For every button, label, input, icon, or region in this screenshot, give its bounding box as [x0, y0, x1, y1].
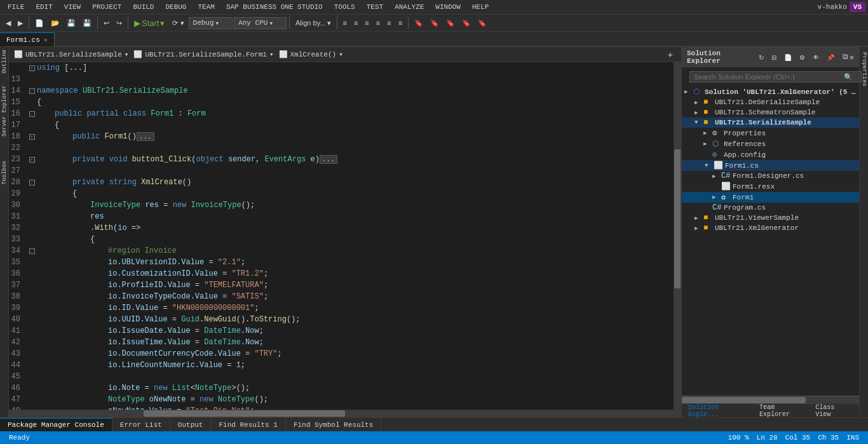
- tree-references[interactable]: ▶ ⬡ References: [682, 138, 859, 149]
- start-button[interactable]: ▶ Start ▾: [131, 17, 168, 30]
- toolbar: ◀ ▶ 📄 📂 💾 💾 ↩ ↪ ▶ Start ▾ ⟳ ▾ Debug ▾ An…: [0, 14, 868, 32]
- toolbar-sep-4: [289, 17, 290, 29]
- tree-project-schematron[interactable]: ▶ ■ UBLTr21.SchematronSample: [682, 107, 859, 118]
- tree-form1cs[interactable]: ▼ ⬜ Form1.cs: [682, 160, 859, 171]
- debug-dropdown[interactable]: Debug ▾: [189, 17, 233, 29]
- menu-sap[interactable]: SAP BUSINESS ONE STUDIO: [221, 2, 328, 12]
- bookmark-btn2[interactable]: 🔖: [427, 17, 442, 29]
- project4-icon: ■: [703, 213, 714, 222]
- menu-build[interactable]: BUILD: [128, 2, 159, 12]
- menu-team[interactable]: TEAM: [193, 2, 219, 12]
- bottom-tab-error-list[interactable]: Error List: [112, 418, 170, 431]
- save-button[interactable]: 💾: [64, 17, 79, 29]
- align-button[interactable]: Align by... ▾: [292, 17, 334, 29]
- method-label: XmlCreate(): [290, 51, 337, 58]
- format-btn6[interactable]: ≡: [395, 17, 405, 29]
- cpu-dropdown[interactable]: Any CPU ▾: [234, 17, 287, 29]
- se-refresh-button[interactable]: ↻: [756, 52, 767, 63]
- se-showfiles-button[interactable]: 📄: [781, 52, 795, 63]
- bottom-tab-find-symbol[interactable]: Find Symbol Results: [286, 418, 381, 431]
- forward-button[interactable]: ▶: [15, 17, 26, 29]
- se-properties-button[interactable]: ⚙: [796, 52, 808, 63]
- h-scrollbar-thumb[interactable]: [144, 410, 345, 417]
- method-dropdown[interactable]: ⬜ XmlCreate() ▾: [279, 50, 343, 58]
- se-close-button[interactable]: ✕: [850, 53, 854, 62]
- open-button[interactable]: 📂: [48, 17, 63, 29]
- toolbar-sep-1: [29, 17, 29, 29]
- menu-project[interactable]: PROJECT: [87, 2, 126, 12]
- code-line-46: 46 io.Note = new List<NoteType>();: [9, 382, 674, 394]
- format-btn4[interactable]: ≡: [373, 17, 383, 29]
- properties-tab[interactable]: Properties: [860, 47, 868, 91]
- se-preview-button[interactable]: 👁: [810, 52, 822, 63]
- se-tab-team-explorer[interactable]: Team Explorer: [756, 403, 811, 418]
- se-tab-class-view[interactable]: Class View: [811, 403, 857, 418]
- restart-button[interactable]: ⟳ ▾: [169, 17, 187, 29]
- bottom-tab-package-manager[interactable]: Package Manager Console: [0, 418, 112, 431]
- tab-form1cs[interactable]: Form1.cs ✕: [0, 32, 55, 46]
- menu-help[interactable]: HELP: [467, 2, 494, 12]
- tree-form1class-arrow: ▶: [712, 194, 720, 201]
- code-editor[interactable]: + using [...] 13 14 - namespace UBLTr21.…: [9, 62, 681, 410]
- bottom-tab-output[interactable]: Output: [170, 418, 212, 431]
- menu-window[interactable]: WINDOW: [430, 2, 466, 12]
- menu-tools[interactable]: TOOLS: [329, 2, 360, 12]
- format-btn2[interactable]: ≡: [351, 17, 361, 29]
- bookmark-btn1[interactable]: 🔖: [411, 17, 426, 29]
- form1class-icon: ✿: [721, 192, 731, 202]
- menu-bar: FILE EDIT VIEW PROJECT BUILD DEBUG TEAM …: [0, 0, 868, 14]
- toolbar-sep-6: [408, 17, 409, 29]
- tree-project-viewer[interactable]: ▶ ■ UBLTr21.ViewerSample: [682, 213, 859, 223]
- format-btn5[interactable]: ≡: [384, 17, 394, 29]
- tree-form1resx[interactable]: ▶ ⬜ Form1.resx: [682, 181, 859, 192]
- bookmark-btn3[interactable]: 🔖: [443, 17, 458, 29]
- tree-form1designer[interactable]: ▶ C# Form1.Designer.cs: [682, 171, 859, 181]
- solution-explorer-search[interactable]: [689, 71, 862, 83]
- se-expand-button[interactable]: ⧉: [843, 53, 848, 62]
- format-btn3[interactable]: ≡: [362, 17, 372, 29]
- menu-test[interactable]: TEST: [362, 2, 388, 12]
- tree-properties[interactable]: ▶ ⚙ Properties: [682, 128, 859, 138]
- save-all-button[interactable]: 💾: [79, 17, 95, 29]
- form1cs-label: Form1.cs: [725, 162, 759, 170]
- format-btn1[interactable]: ≡: [340, 17, 350, 29]
- redo-button[interactable]: ↪: [113, 17, 125, 29]
- se-collapseall-button[interactable]: ⊟: [768, 52, 780, 63]
- expand-editor-button[interactable]: +: [665, 49, 676, 60]
- tree-p3-arrow: ▼: [695, 119, 702, 126]
- menu-file[interactable]: FILE: [3, 2, 29, 12]
- tree-solution-root[interactable]: ▶ ⬡ Solution 'UBLTr21.XmlGenerator' (5 p…: [682, 86, 859, 97]
- menu-view[interactable]: VIEW: [59, 2, 86, 12]
- bottom-tab-bar: Package Manager Console Error List Outpu…: [0, 417, 868, 431]
- tree-props-arrow: ▶: [703, 130, 711, 137]
- scrollbar-thumb[interactable]: [674, 149, 681, 288]
- tab-form1cs-close[interactable]: ✕: [44, 36, 48, 44]
- menu-analyze[interactable]: ANALYZE: [390, 2, 429, 12]
- tree-appconfig[interactable]: ▶ ⚙ App.config: [682, 149, 859, 160]
- se-pin-button[interactable]: 📌: [824, 52, 837, 63]
- toolbox-tab[interactable]: Toolbox: [0, 158, 8, 187]
- tree-programcs[interactable]: ▶ C# Program.cs: [682, 203, 859, 213]
- format-toolbar-group: ≡ ≡ ≡ ≡ ≡ ≡: [340, 17, 406, 29]
- tree-project-xmlgen[interactable]: ▶ ■ UBLTr21.XmlGenerator: [682, 223, 859, 233]
- horizontal-scrollbar[interactable]: [9, 410, 681, 417]
- back-button[interactable]: ◀: [3, 17, 14, 29]
- menu-debug[interactable]: DEBUG: [160, 2, 191, 12]
- class-dropdown[interactable]: ⬜ UBLTr21.SerializeSample.Form1 ▾: [133, 50, 273, 58]
- se-tab-solution-explorer[interactable]: Solution Explo...: [684, 403, 756, 418]
- undo-button[interactable]: ↩: [100, 17, 112, 29]
- tree-project-deserialize[interactable]: ▶ ■ UBLTr21.DeSerializeSample: [682, 97, 859, 107]
- new-button[interactable]: 📄: [32, 17, 47, 29]
- namespace-dropdown[interactable]: ⬜ UBLTr21.SerializeSample ▾: [14, 50, 128, 58]
- bottom-tab-find-results[interactable]: Find Results 1: [211, 418, 285, 431]
- menu-edit[interactable]: EDIT: [31, 2, 57, 12]
- server-explorer-tab[interactable]: Server Explorer: [0, 83, 8, 139]
- tree-form1class[interactable]: ▶ ✿ Form1: [682, 192, 859, 203]
- tree-project-serialize[interactable]: ▼ ■ UBLTr21.SerializeSample: [682, 118, 859, 128]
- vertical-scrollbar[interactable]: [674, 62, 681, 410]
- programcs-label: Program.cs: [724, 204, 766, 212]
- outline-tab[interactable]: Outline: [0, 47, 8, 76]
- bookmark-btn5[interactable]: 🔖: [475, 17, 490, 29]
- namespace-icon: ⬜: [14, 50, 23, 58]
- bookmark-btn4[interactable]: 🔖: [459, 17, 474, 29]
